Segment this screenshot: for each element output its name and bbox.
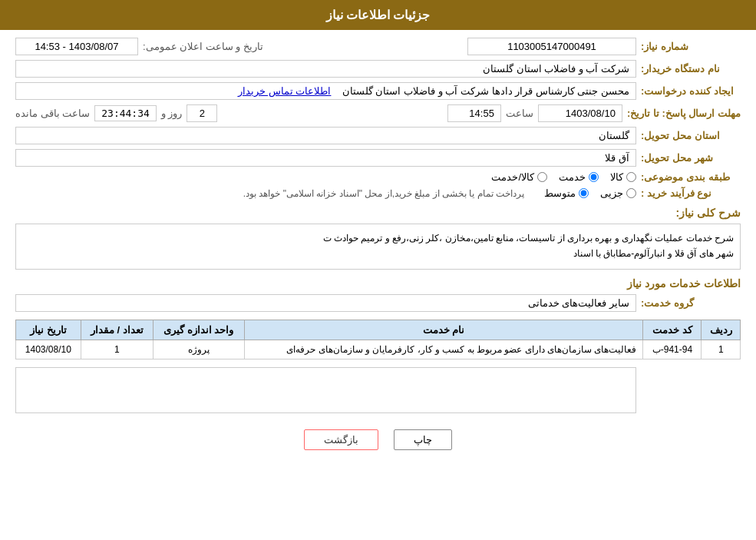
announce-label: تاریخ و ساعت اعلان عمومی: xyxy=(143,41,263,52)
service-table-section: ردیف کد خدمت نام خدمت واحد اندازه گیری ت… xyxy=(15,320,741,359)
service-info-section-title: اطلاعات خدمات مورد نیاز xyxy=(15,277,741,290)
purchase-radio-jozi[interactable] xyxy=(626,188,636,198)
page-header: جزئیات اطلاعات نیاز xyxy=(0,0,756,30)
cell-unit: پروژه xyxy=(153,340,244,359)
province-row: استان محل تحویل: گلستان xyxy=(15,127,741,144)
category-option-kala-khedmat[interactable]: کالا/خدمت xyxy=(491,171,547,183)
announce-value: 1403/08/07 - 14:53 xyxy=(15,38,138,55)
cell-name: فعالیت‌های سازمان‌های دارای عضو مربوط به… xyxy=(244,340,643,359)
table-header-row: ردیف کد خدمت نام خدمت واحد اندازه گیری ت… xyxy=(16,320,741,340)
creator-label: ایجاد کننده درخواست: xyxy=(641,85,741,97)
cell-code: 941-94-ب xyxy=(643,340,702,359)
purchase-option-jozi[interactable]: جزیی xyxy=(600,187,636,199)
need-number-label: شماره نیاز: xyxy=(641,41,741,52)
table-row: 1 941-94-ب فعالیت‌های سازمان‌های دارای ع… xyxy=(16,340,741,359)
content-area: شماره نیاز: 1103005147000491 تاریخ و ساع… xyxy=(0,30,756,473)
col-date: تاریخ نیاز xyxy=(16,320,81,340)
need-number-value: 1103005147000491 xyxy=(467,38,636,55)
purchase-radio-motavaset[interactable] xyxy=(579,188,589,198)
purchase-type-row: نوع فرآیند خرید : جزیی متوسط پرداخت تمام… xyxy=(15,187,741,199)
buyer-org-row: نام دستگاه خریدار: شرکت آب و فاضلاب استا… xyxy=(15,60,741,78)
purchase-option-motavaset[interactable]: متوسط xyxy=(544,187,589,199)
col-row: ردیف xyxy=(702,320,741,340)
service-table: ردیف کد خدمت نام خدمت واحد اندازه گیری ت… xyxy=(15,320,741,359)
back-button[interactable]: بازگشت xyxy=(304,429,378,450)
category-radio-kala[interactable] xyxy=(626,172,636,182)
category-option-kala[interactable]: کالا xyxy=(610,171,636,183)
city-label: شهر محل تحویل: xyxy=(641,152,741,164)
category-option-khedmat[interactable]: خدمت xyxy=(559,171,599,183)
category-radio-group: کالا خدمت کالا/خدمت xyxy=(491,171,636,183)
creator-link[interactable]: اطلاعات تماس خریدار xyxy=(238,85,331,97)
countdown-value: 23:44:34 xyxy=(94,105,157,121)
purchase-note: پرداخت تمام یا بخشی از مبلغ خرید,از محل … xyxy=(243,188,524,199)
buyer-org-value: شرکت آب و فاضلاب استان گلستان xyxy=(15,60,636,78)
need-desc-section-title: شرح کلی نیاز: xyxy=(15,207,741,219)
buyer-org-label: نام دستگاه خریدار: xyxy=(641,63,741,75)
province-value: گلستان xyxy=(15,127,636,144)
need-number-row: شماره نیاز: 1103005147000491 تاریخ و ساع… xyxy=(15,38,741,55)
send-time: 14:55 xyxy=(447,104,501,122)
need-desc-box: شرح خدمات عملیات نگهداری و بهره برداری ا… xyxy=(15,224,741,270)
send-deadline-row: مهلت ارسال پاسخ: تا تاریخ: 1403/08/10 سا… xyxy=(15,104,741,122)
col-unit: واحد اندازه گیری xyxy=(153,320,244,340)
province-label: استان محل تحویل: xyxy=(641,130,741,141)
creator-row: ایجاد کننده درخواست: محسن جنتی کارشناس ق… xyxy=(15,82,741,100)
cell-date: 1403/08/10 xyxy=(16,340,81,359)
send-days-label: روز و xyxy=(161,108,183,119)
page-title: جزئیات اطلاعات نیاز xyxy=(326,8,431,22)
footer-buttons: چاپ بازگشت xyxy=(15,429,741,465)
city-row: شهر محل تحویل: آق قلا xyxy=(15,149,741,167)
service-group-row: گروه خدمت: سایر فعالیت‌های خدماتی xyxy=(15,294,741,312)
service-group-value: سایر فعالیت‌های خدماتی xyxy=(15,294,636,312)
need-desc-text: شرح خدمات عملیات نگهداری و بهره برداری ا… xyxy=(323,233,734,259)
buyer-desc-label xyxy=(641,367,741,370)
send-deadline-label: مهلت ارسال پاسخ: تا تاریخ: xyxy=(627,108,741,119)
service-group-label: گروه خدمت: xyxy=(641,297,741,309)
purchase-label-motavaset: متوسط xyxy=(544,187,576,199)
col-name: نام خدمت xyxy=(244,320,643,340)
category-label-khedmat: خدمت xyxy=(559,171,586,183)
city-value: آق قلا xyxy=(15,149,636,167)
purchase-radio-group: جزیی متوسط xyxy=(544,187,636,199)
category-radio-khedmat[interactable] xyxy=(589,172,599,182)
send-time-label: ساعت xyxy=(506,108,533,119)
category-label-kala-khedmat: کالا/خدمت xyxy=(491,171,534,183)
col-code: کد خدمت xyxy=(643,320,702,340)
send-date: 1403/08/10 xyxy=(538,104,622,122)
category-radio-kala-khedmat[interactable] xyxy=(537,172,547,182)
buyer-desc-row xyxy=(15,367,741,418)
print-button[interactable]: چاپ xyxy=(394,429,452,450)
creator-text: محسن جنتی کارشناس قرار دادها شرکت آب و ف… xyxy=(342,85,629,97)
purchase-type-label: نوع فرآیند خرید : xyxy=(641,187,741,199)
category-label: طبقه بندی موضوعی: xyxy=(641,171,741,183)
col-qty: تعداد / مقدار xyxy=(81,320,153,340)
cell-qty: 1 xyxy=(81,340,153,359)
send-days: 2 xyxy=(187,104,217,122)
cell-row: 1 xyxy=(702,340,741,359)
page-wrapper: جزئیات اطلاعات نیاز شماره نیاز: 11030051… xyxy=(0,0,756,540)
category-row: طبقه بندی موضوعی: کالا خدمت کالا/خدمت xyxy=(15,171,741,183)
purchase-label-jozi: جزیی xyxy=(600,187,623,199)
category-label-kala: کالا xyxy=(610,171,623,183)
countdown-label: ساعت باقی مانده xyxy=(15,108,90,119)
buyer-desc-box xyxy=(15,367,636,413)
creator-value: محسن جنتی کارشناس قرار دادها شرکت آب و ف… xyxy=(15,82,636,100)
